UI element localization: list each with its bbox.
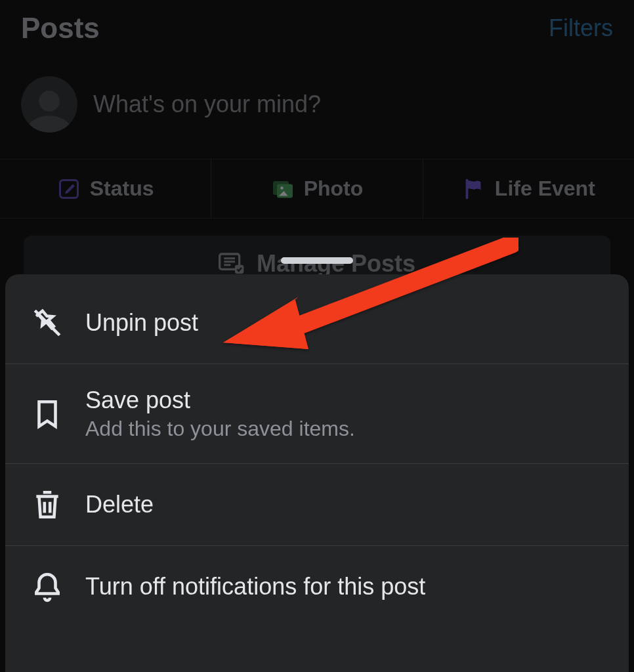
header-bar: Posts Filters bbox=[0, 0, 634, 56]
manage-icon bbox=[219, 253, 245, 275]
filters-link[interactable]: Filters bbox=[549, 14, 613, 42]
save-post-item[interactable]: Save post Add this to your saved items. bbox=[5, 364, 629, 464]
status-button[interactable]: Status bbox=[0, 159, 211, 218]
trash-icon bbox=[29, 486, 66, 523]
manage-posts-label: Manage Posts bbox=[257, 250, 415, 278]
life-event-button[interactable]: Life Event bbox=[423, 159, 634, 218]
page-title: Posts bbox=[21, 12, 100, 45]
unpin-post-item[interactable]: Unpin post bbox=[5, 274, 629, 364]
bookmark-icon bbox=[29, 396, 66, 432]
save-post-label: Save post bbox=[85, 387, 355, 414]
notifications-off-item[interactable]: Turn off notifications for this post bbox=[5, 546, 629, 627]
svg-point-3 bbox=[280, 186, 284, 190]
unpin-post-label: Unpin post bbox=[85, 309, 198, 337]
composer-row[interactable]: What's on your mind? bbox=[0, 56, 634, 159]
action-sheet: Unpin post Save post Add this to your sa… bbox=[5, 274, 629, 672]
delete-item[interactable]: Delete bbox=[5, 464, 629, 546]
avatar-placeholder-icon bbox=[24, 87, 74, 133]
save-post-subtitle: Add this to your saved items. bbox=[85, 417, 355, 441]
flag-icon bbox=[462, 177, 486, 201]
delete-label: Delete bbox=[85, 491, 154, 518]
photo-button[interactable]: Photo bbox=[211, 159, 423, 218]
photo-icon bbox=[271, 177, 295, 201]
unpin-icon bbox=[29, 304, 66, 341]
avatar[interactable] bbox=[21, 76, 77, 133]
notifications-off-label: Turn off notifications for this post bbox=[85, 573, 425, 600]
composer-prompt: What's on your mind? bbox=[93, 91, 321, 118]
life-event-label: Life Event bbox=[495, 177, 595, 201]
status-label: Status bbox=[90, 177, 154, 201]
bell-icon bbox=[29, 568, 66, 605]
photo-label: Photo bbox=[304, 177, 364, 201]
edit-icon bbox=[57, 177, 81, 201]
composer-actions: Status Photo Life Event bbox=[0, 159, 634, 219]
